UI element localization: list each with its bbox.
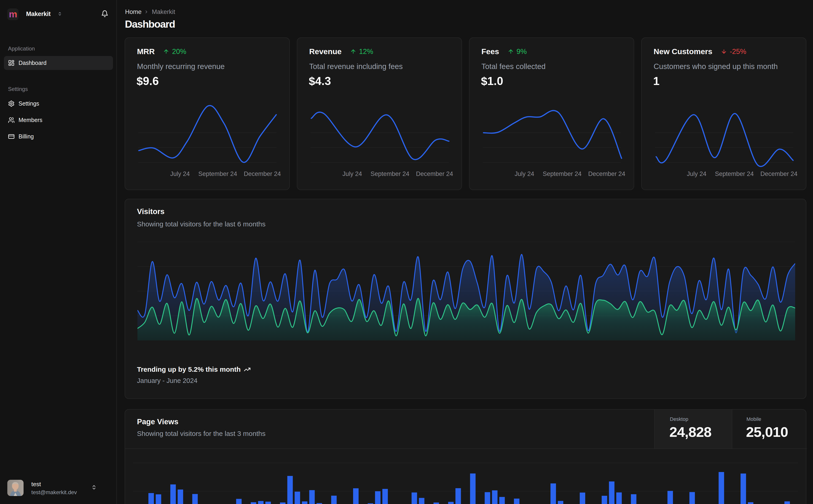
svg-text:m: m [9, 10, 17, 19]
